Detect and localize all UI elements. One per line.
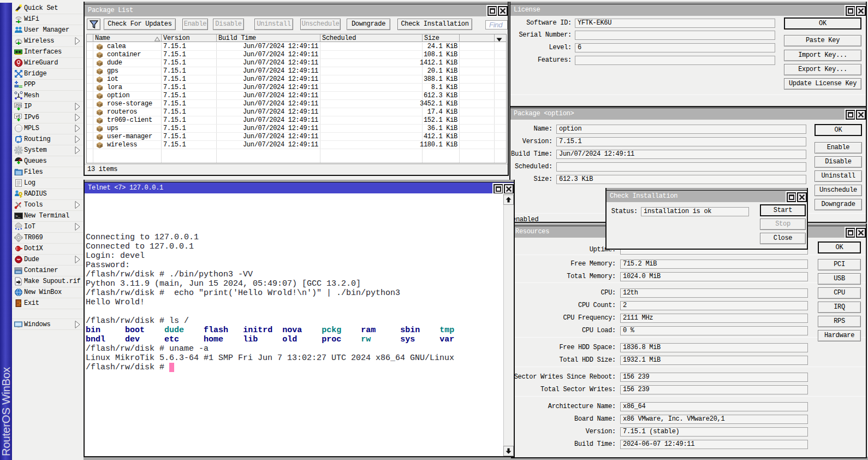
svg-text:>_: >_ bbox=[15, 214, 21, 219]
svg-text:255: 255 bbox=[15, 103, 22, 108]
svg-text:v6: v6 bbox=[16, 114, 21, 119]
